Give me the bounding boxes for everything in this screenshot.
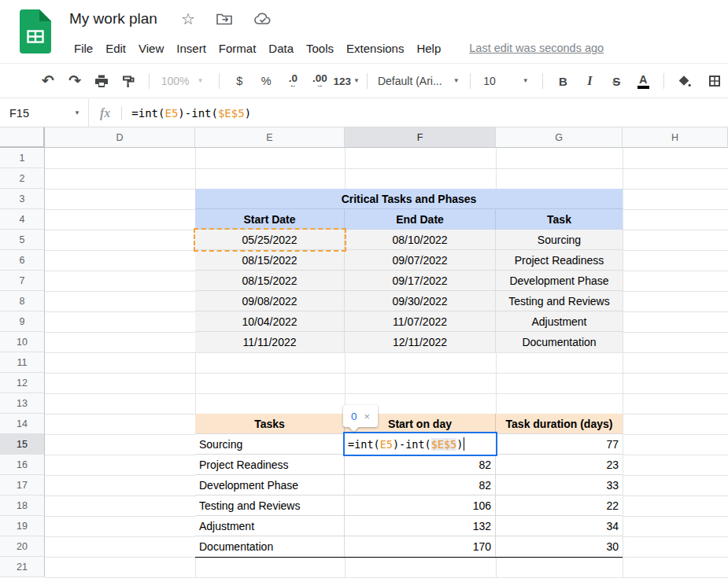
undo-button[interactable]: ↶ — [38, 71, 58, 91]
cell-E20[interactable]: Documentation — [195, 536, 345, 557]
cell-editor-F15[interactable]: =int(E5)-int($E$5) — [343, 432, 497, 456]
redo-button[interactable]: ↷ — [65, 71, 85, 91]
cell-F5[interactable]: 08/10/2022 — [345, 230, 496, 250]
print-button[interactable] — [91, 71, 112, 91]
row-header-16[interactable]: 16 — [0, 455, 45, 475]
row-header-1[interactable]: 1 — [0, 148, 45, 168]
cell-G19[interactable]: 34 — [496, 516, 623, 536]
cell-F16[interactable]: 82 — [345, 455, 496, 475]
increase-decimal-button[interactable]: .00 → — [309, 71, 330, 91]
row-header-5[interactable]: 5 — [0, 230, 45, 250]
column-header-D[interactable]: D — [45, 127, 195, 148]
italic-button[interactable]: I — [579, 71, 600, 91]
cell-G18[interactable]: 22 — [496, 495, 623, 516]
menu-help[interactable]: Help — [410, 39, 447, 57]
cell-G20[interactable]: 30 — [496, 536, 623, 557]
fill-color-button[interactable] — [674, 71, 695, 91]
row-header-20[interactable]: 20 — [0, 536, 45, 557]
cell-G17[interactable]: 33 — [496, 475, 623, 495]
row-header-13[interactable]: 13 — [0, 393, 45, 414]
row-header-14[interactable]: 14 — [0, 414, 45, 434]
cell-G15[interactable]: 77 — [496, 434, 623, 455]
cell-E9[interactable]: 10/04/2022 — [195, 311, 345, 332]
row-header-12[interactable]: 12 — [0, 373, 45, 393]
row-header-19[interactable]: 19 — [0, 516, 45, 536]
cell-E16[interactable]: Project Readiness — [195, 455, 345, 475]
cell-E5[interactable]: 05/25/2022 — [195, 230, 345, 250]
format-percent-button[interactable]: % — [256, 71, 276, 91]
row-header-9[interactable]: 9 — [0, 311, 45, 332]
cell-F10[interactable]: 12/11/2022 — [345, 332, 496, 352]
select-all-corner[interactable] — [0, 127, 45, 148]
row-header-7[interactable]: 7 — [0, 271, 45, 291]
paint-format-button[interactable] — [118, 71, 139, 91]
cell-G5[interactable]: Sourcing — [496, 230, 623, 250]
text-color-button[interactable]: A — [633, 71, 653, 91]
cell-G6[interactable]: Project Readiness — [496, 250, 623, 271]
cell-F20[interactable]: 170 — [345, 536, 496, 557]
bold-button[interactable]: B — [552, 71, 573, 91]
font-family-select[interactable]: Default (Ari... ▼ — [378, 75, 460, 87]
star-icon[interactable]: ☆ — [181, 11, 195, 27]
cell-E3[interactable]: Critical Tasks and Phases — [195, 189, 623, 209]
menu-insert[interactable]: Insert — [170, 39, 212, 57]
decrease-decimal-button[interactable]: .0 ← — [283, 71, 303, 91]
cell-G4[interactable]: Task — [496, 209, 623, 230]
row-header-18[interactable]: 18 — [0, 495, 45, 516]
cell-E7[interactable]: 08/15/2022 — [195, 271, 345, 291]
cell-E18[interactable]: Testing and Reviews — [195, 495, 345, 516]
cell-E17[interactable]: Development Phase — [195, 475, 345, 495]
cell-F4[interactable]: End Date — [345, 209, 496, 230]
row-header-3[interactable]: 3 — [0, 189, 45, 209]
menu-format[interactable]: Format — [212, 39, 263, 57]
cell-E19[interactable]: Adjustment — [195, 516, 345, 536]
cell-F8[interactable]: 09/30/2022 — [345, 291, 496, 311]
column-header-G[interactable]: G — [496, 127, 623, 148]
menu-file[interactable]: File — [68, 39, 99, 57]
menu-extensions[interactable]: Extensions — [340, 39, 410, 57]
cell-G9[interactable]: Adjustment — [496, 311, 623, 332]
cell-G16[interactable]: 23 — [496, 455, 623, 475]
cloud-status-icon[interactable] — [253, 11, 272, 27]
cell-G8[interactable]: Testing and Reviews — [496, 291, 623, 311]
font-size-select[interactable]: 10 ▼ — [483, 75, 529, 87]
cell-E14[interactable]: Tasks — [195, 414, 345, 434]
cell-F9[interactable]: 11/07/2022 — [345, 311, 496, 332]
cell-F17[interactable]: 82 — [345, 475, 496, 495]
cell-G7[interactable]: Development Phase — [496, 271, 623, 291]
cell-E4[interactable]: Start Date — [195, 209, 345, 230]
column-header-H[interactable]: H — [623, 127, 728, 148]
google-sheets-logo[interactable] — [17, 9, 54, 54]
zoom-control[interactable]: 100% ▼ — [161, 75, 207, 87]
last-edit-status[interactable]: Last edit was seconds ago — [469, 42, 604, 54]
cell-E10[interactable]: 11/11/2022 — [195, 332, 345, 352]
document-title[interactable]: My work plan — [69, 10, 157, 28]
column-header-E[interactable]: E — [195, 127, 345, 148]
row-header-15[interactable]: 15 — [0, 434, 45, 455]
row-header-4[interactable]: 4 — [0, 209, 45, 230]
more-formats-button[interactable]: 123 ▼ — [336, 71, 357, 91]
format-currency-button[interactable]: $ — [229, 71, 249, 91]
row-header-8[interactable]: 8 — [0, 291, 45, 311]
cell-E8[interactable]: 09/08/2022 — [195, 291, 345, 311]
cell-E15[interactable]: Sourcing — [195, 434, 345, 455]
cell-F18[interactable]: 106 — [345, 495, 496, 516]
menu-data[interactable]: Data — [262, 39, 300, 57]
tooltip-close-icon[interactable]: × — [364, 411, 371, 422]
name-box[interactable]: F15 ▼ — [0, 99, 88, 127]
menu-edit[interactable]: Edit — [99, 39, 132, 57]
row-header-6[interactable]: 6 — [0, 250, 45, 271]
row-header-17[interactable]: 17 — [0, 475, 45, 495]
cell-F19[interactable]: 132 — [345, 516, 496, 536]
formula-input[interactable]: =int(E5)-int($E$5) — [131, 107, 251, 120]
row-header-10[interactable]: 10 — [0, 332, 45, 352]
borders-button[interactable] — [704, 71, 725, 91]
cell-F6[interactable]: 09/07/2022 — [345, 250, 496, 271]
move-folder-icon[interactable] — [216, 11, 233, 27]
row-header-21[interactable]: 21 — [0, 557, 45, 577]
cell-G14[interactable]: Task duration (days) — [496, 414, 623, 434]
menu-view[interactable]: View — [132, 39, 170, 57]
cell-G10[interactable]: Documentation — [496, 332, 623, 352]
cell-E6[interactable]: 08/15/2022 — [195, 250, 345, 271]
cell-F7[interactable]: 09/17/2022 — [345, 271, 496, 291]
